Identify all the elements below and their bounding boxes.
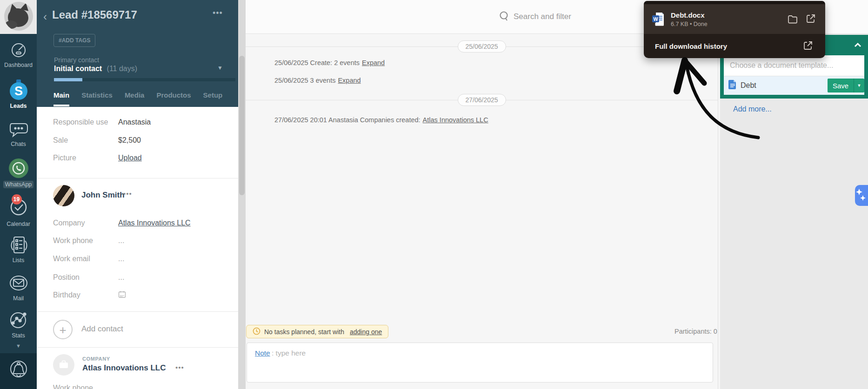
company-link[interactable]: Atlas Innovations LLC bbox=[118, 219, 191, 227]
sidebar-item-stats[interactable]: Stats bbox=[0, 310, 37, 339]
event-company-link[interactable]: Atlas Innovations LLC bbox=[423, 116, 488, 124]
open-file-external-icon[interactable] bbox=[806, 13, 817, 25]
note-input[interactable]: Note : type here bbox=[247, 343, 713, 382]
sidebar-item-whatsapp[interactable]: WhatsApp bbox=[0, 158, 37, 188]
main-scrollbar[interactable] bbox=[238, 0, 246, 389]
main-scrollbar-thumb[interactable] bbox=[239, 56, 245, 195]
event-text: 27/06/2025 20:01 Anastasia Companies cre… bbox=[274, 116, 421, 124]
show-in-folder-icon[interactable] bbox=[787, 13, 798, 25]
add-contact-button[interactable]: Add contact bbox=[81, 324, 123, 334]
app-window: Dashboard S Leads Chats bbox=[0, 0, 868, 389]
stage-duration: (11 days) bbox=[107, 65, 138, 73]
participants-count: Participants: 0 bbox=[674, 328, 717, 335]
tab-main[interactable]: Main bbox=[53, 91, 69, 106]
lead-header: ‹ Lead #18569717 ••• #ADD TAGS Primary c… bbox=[37, 0, 238, 107]
stage-chevron-down-icon[interactable]: ▼ bbox=[217, 65, 223, 71]
tab-statistics[interactable]: Statistics bbox=[81, 91, 113, 106]
clipboard-icon bbox=[0, 235, 37, 255]
event-expand-link[interactable]: Expand bbox=[362, 59, 385, 66]
sidebar-item-mail[interactable]: Mail bbox=[0, 273, 37, 302]
templates-widget: Debt Save ▼ bbox=[720, 55, 868, 99]
tab-productos[interactable]: Productos bbox=[156, 91, 191, 106]
download-file-meta: 6.7 KB • Done bbox=[671, 21, 780, 27]
field-row-work-email: Work email ... bbox=[53, 254, 230, 264]
sidebar-item-label: Chats bbox=[0, 141, 37, 147]
field-value[interactable]: ... bbox=[118, 273, 124, 282]
template-row[interactable]: Debt Save ▼ bbox=[724, 76, 864, 95]
event-text: 25/06/2025 Create: 2 events bbox=[274, 59, 360, 66]
full-download-history-link[interactable]: Full download history bbox=[655, 42, 795, 50]
bell-icon[interactable] bbox=[8, 359, 29, 385]
template-search-input[interactable] bbox=[724, 55, 864, 76]
upload-link[interactable]: Upload bbox=[118, 154, 142, 162]
field-value[interactable]: ... bbox=[118, 255, 124, 263]
search-icon bbox=[499, 11, 509, 24]
back-chevron-icon[interactable]: ‹ bbox=[43, 10, 47, 23]
clock-icon bbox=[253, 327, 260, 336]
stage-line[interactable]: Initial contact (11 days) bbox=[54, 65, 137, 73]
sidebar-item-label: Lists bbox=[0, 257, 37, 264]
envelope-icon bbox=[0, 273, 37, 293]
lead-menu-ellipsis-icon[interactable]: ••• bbox=[213, 8, 223, 18]
tab-media[interactable]: Media bbox=[125, 91, 145, 106]
sparkles-icon bbox=[855, 199, 867, 207]
sidebar-item-calendar[interactable]: 19 Calendar bbox=[0, 197, 37, 227]
sidebar-item-chats[interactable]: Chats bbox=[0, 120, 37, 147]
contact-menu-ellipsis-icon[interactable]: ••• bbox=[123, 190, 132, 198]
popup-top-edge bbox=[644, 1, 825, 4]
stats-icon bbox=[0, 310, 37, 330]
date-pill: 25/06/2025 bbox=[457, 40, 506, 53]
collapse-chevron-icon[interactable] bbox=[854, 41, 861, 51]
field-value[interactable]: Anastasia bbox=[118, 118, 151, 126]
add-tags-button[interactable]: #ADD TAGS bbox=[53, 34, 95, 47]
contact-name[interactable]: John Smith bbox=[81, 191, 125, 200]
svg-text:S: S bbox=[14, 84, 22, 98]
field-label: Work email bbox=[53, 255, 108, 263]
document-icon bbox=[728, 80, 737, 91]
field-row-position: Position ... bbox=[53, 272, 230, 283]
download-file-text: Debt.docx 6.7 KB • Done bbox=[671, 11, 780, 27]
adding-one-link[interactable]: adding one bbox=[350, 328, 382, 336]
field-label: Company bbox=[53, 219, 108, 227]
company-avatar[interactable] bbox=[53, 354, 74, 376]
sidebar-item-label: Leads bbox=[0, 103, 37, 109]
event-expand-link[interactable]: Expand bbox=[338, 77, 361, 84]
lead-detail-panel: ‹ Lead #18569717 ••• #ADD TAGS Primary c… bbox=[37, 0, 238, 389]
contact-avatar[interactable] bbox=[53, 185, 74, 206]
field-row-company: Company Atlas Innovations LLC bbox=[53, 218, 230, 228]
add-more-link[interactable]: Add more... bbox=[733, 105, 772, 113]
ai-assistant-button[interactable] bbox=[855, 185, 868, 206]
lead-tabs: Main Statistics Media Productos Setup bbox=[53, 91, 235, 106]
history-external-icon[interactable] bbox=[803, 40, 814, 52]
template-name: Debt bbox=[741, 81, 828, 90]
sidebar-item-lists[interactable]: Lists bbox=[0, 235, 37, 264]
company-name[interactable]: Atlas Innovations LLC bbox=[82, 363, 166, 373]
sidebar-item-leads[interactable]: S Leads bbox=[0, 79, 37, 109]
save-button[interactable]: Save bbox=[828, 79, 854, 92]
pipeline-label: Primary contact bbox=[54, 56, 99, 64]
tab-setup[interactable]: Setup bbox=[203, 91, 223, 106]
sidebar-item-dashboard[interactable]: Dashboard bbox=[0, 41, 37, 68]
field-label: Picture bbox=[53, 154, 108, 162]
note-type-link[interactable]: Note bbox=[255, 349, 270, 357]
no-tasks-banner: No tasks planned, start withadding one bbox=[246, 325, 388, 338]
account-avatar[interactable] bbox=[0, 0, 37, 34]
stage-progress-bar[interactable] bbox=[54, 78, 235, 81]
birthday-calendar-icon[interactable] bbox=[118, 290, 126, 300]
company-menu-ellipsis-icon[interactable]: ••• bbox=[175, 363, 184, 371]
add-contact-plus-icon[interactable]: + bbox=[53, 320, 73, 339]
field-row-birthday: Birthday bbox=[53, 290, 230, 300]
stage-progress-fill bbox=[54, 78, 82, 81]
notification-badge: 19 bbox=[12, 194, 22, 204]
timeline-event: 25/06/2025 Create: 2 eventsExpand bbox=[274, 59, 385, 66]
field-value[interactable]: $2,500 bbox=[118, 136, 141, 145]
sidebar-item-label: WhatsApp bbox=[3, 181, 34, 188]
timeline-feed: 25/06/2025 25/06/2025 Create: 2 eventsEx… bbox=[246, 34, 718, 389]
download-file-row[interactable]: W Debt.docx 6.7 KB • Done bbox=[644, 4, 825, 34]
field-row-responsible: Responsible user Anastasia bbox=[53, 117, 230, 127]
sidebar-more-chevron-icon[interactable]: ▼ bbox=[0, 343, 37, 349]
timeline-date-separator: 27/06/2025 bbox=[246, 94, 718, 106]
column-divider bbox=[718, 34, 718, 389]
field-value[interactable]: ... bbox=[118, 237, 124, 245]
save-dropdown-chevron-icon[interactable]: ▼ bbox=[854, 79, 864, 92]
